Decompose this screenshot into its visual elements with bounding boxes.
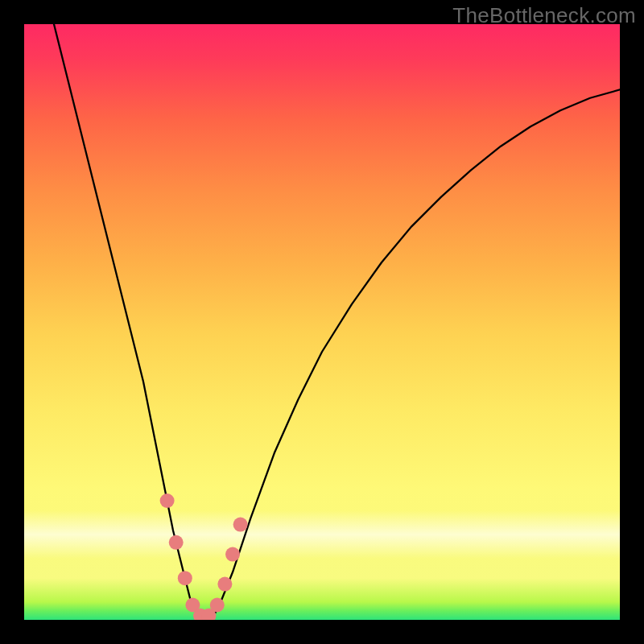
- curve-marker: [210, 598, 225, 613]
- watermark-label: TheBottleneck.com: [452, 3, 636, 28]
- curve-markers: [160, 493, 248, 620]
- curve-marker: [160, 493, 175, 508]
- plot-area: [24, 24, 620, 620]
- chart-svg: [24, 24, 620, 620]
- curve-marker: [233, 518, 248, 532]
- curve-marker: [178, 571, 192, 585]
- chart-frame: TheBottleneck.com: [0, 0, 644, 644]
- curve-marker: [217, 577, 232, 592]
- curve-marker: [225, 547, 240, 562]
- curve-marker: [169, 535, 184, 550]
- bottleneck-curve: [54, 24, 620, 617]
